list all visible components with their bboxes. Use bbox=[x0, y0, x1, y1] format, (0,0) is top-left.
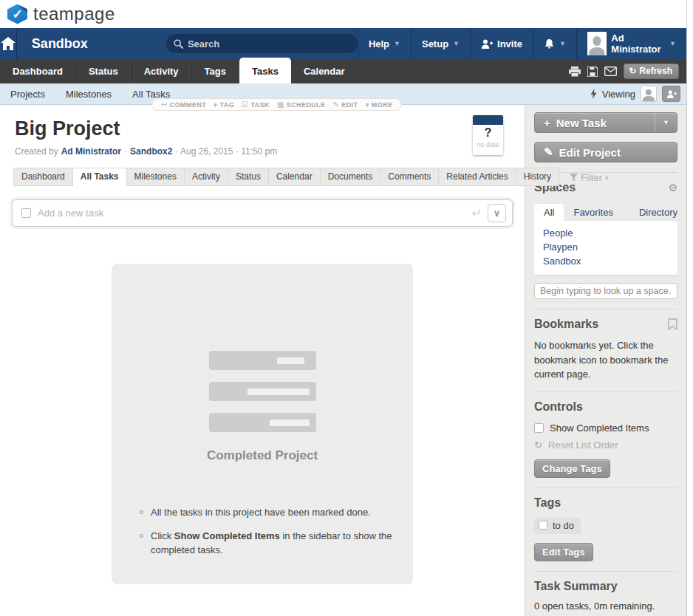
list-item: All the tasks in this project have been … bbox=[140, 506, 398, 520]
byline-prefix: Created by bbox=[15, 146, 58, 157]
list-item: Click Show Completed Items in the sideba… bbox=[140, 530, 398, 558]
space-lookup-input[interactable] bbox=[534, 283, 677, 299]
reset-list-order[interactable]: ↻ Reset List Order bbox=[534, 439, 677, 451]
author-link[interactable]: Ad Ministrator bbox=[61, 146, 121, 157]
spaces-tab-all[interactable]: All bbox=[534, 204, 564, 221]
home-button[interactable] bbox=[0, 28, 17, 59]
space-link[interactable]: Sandbox2 bbox=[130, 146, 172, 157]
tag-todo-chip[interactable]: to do bbox=[534, 518, 581, 534]
ctab-activity[interactable]: Activity bbox=[185, 168, 228, 186]
bullet-icon bbox=[140, 534, 143, 538]
controls-section: Controls Show Completed Items ↻ Reset Li… bbox=[534, 391, 677, 478]
bookmarks-title: Bookmarks bbox=[534, 318, 598, 331]
skeleton-highlight bbox=[248, 389, 310, 395]
tab-tags[interactable]: Tags bbox=[192, 59, 239, 83]
email-icon[interactable] bbox=[604, 66, 617, 76]
controls-title: Controls bbox=[534, 400, 583, 414]
ctab-related-articles[interactable]: Related Articles bbox=[439, 168, 516, 186]
ctab-dashboard[interactable]: Dashboard bbox=[13, 168, 73, 186]
invite-button[interactable]: Invite bbox=[470, 28, 533, 59]
ctab-all-tasks[interactable]: All Tasks bbox=[73, 168, 127, 186]
space-name[interactable]: Sandbox bbox=[17, 28, 103, 59]
change-tags-button[interactable]: Change Tags bbox=[534, 459, 610, 478]
search-input[interactable] bbox=[188, 38, 350, 49]
spaces-directory-link[interactable]: Directory bbox=[639, 207, 677, 221]
tag-checkbox[interactable] bbox=[539, 521, 547, 530]
chevron-down-icon: ▼ bbox=[559, 40, 566, 47]
ctab-calendar[interactable]: Calendar bbox=[269, 168, 321, 186]
task-summary-section: Task Summary 0 open tasks, 0m remaining.… bbox=[534, 571, 677, 616]
ctab-history[interactable]: History bbox=[516, 168, 559, 186]
tag-label: to do bbox=[553, 520, 574, 531]
search-box[interactable] bbox=[166, 34, 358, 53]
viewer-avatar[interactable] bbox=[641, 86, 657, 102]
new-task-button[interactable]: +New Task ▼ bbox=[534, 112, 677, 133]
bookmark-icon[interactable] bbox=[668, 318, 677, 330]
comment-action[interactable]: ↩COMMENT bbox=[161, 100, 206, 109]
tag-action[interactable]: ♦TAG bbox=[214, 100, 234, 109]
filter-button[interactable]: Filter ▾ bbox=[570, 172, 608, 186]
tab-activity[interactable]: Activity bbox=[132, 59, 192, 83]
gear-icon[interactable]: ⚙ bbox=[668, 182, 677, 194]
notifications-menu[interactable]: ▼ bbox=[533, 28, 576, 59]
no-date-label: no date bbox=[473, 141, 503, 148]
setup-menu[interactable]: Setup▼ bbox=[411, 28, 470, 59]
spaces-tabs: All Favorites Directory bbox=[534, 204, 677, 221]
edit-tags-button[interactable]: Edit Tags bbox=[534, 543, 593, 561]
edit-action[interactable]: ✎EDIT bbox=[333, 100, 358, 109]
user-menu[interactable]: Ad Ministrator ▼ bbox=[576, 28, 686, 59]
task-action[interactable]: ☑TASK bbox=[242, 100, 270, 109]
tab-status[interactable]: Status bbox=[76, 59, 132, 83]
subnav-projects[interactable]: Projects bbox=[0, 89, 55, 100]
main-content: ↩COMMENT ♦TAG ☑TASK ▦SCHEDULE ✎EDIT ▾MOR… bbox=[0, 105, 525, 616]
help-menu[interactable]: Help▼ bbox=[358, 28, 411, 59]
tab-dashboard[interactable]: Dashboard bbox=[0, 59, 76, 83]
ctab-status[interactable]: Status bbox=[228, 168, 269, 186]
new-task-dropdown[interactable]: ▼ bbox=[655, 113, 677, 132]
enter-icon: ↵ bbox=[472, 206, 482, 220]
show-completed-checkbox[interactable] bbox=[534, 423, 544, 433]
page: ✓ teampage Sandbox Help▼ Setup▼ Invite ▼ bbox=[0, 0, 687, 616]
chevron-down-icon: ▼ bbox=[669, 40, 676, 47]
space-link-sandbox[interactable]: Sandbox bbox=[543, 254, 669, 268]
add-viewer-button[interactable] bbox=[662, 86, 680, 102]
due-date-widget[interactable]: ? no date bbox=[473, 115, 503, 155]
refresh-button[interactable]: ↻ Refresh bbox=[624, 64, 679, 79]
chevron-down-icon: ▼ bbox=[453, 40, 460, 47]
edit-project-button[interactable]: ✎Edit Project bbox=[534, 142, 677, 162]
content-tabs: Dashboard All Tasks Milestones Activity … bbox=[13, 168, 525, 186]
reply-icon: ↩ bbox=[161, 100, 168, 109]
search-icon bbox=[174, 39, 183, 49]
spaces-section: Spaces ⚙ All Favorites Directory People … bbox=[534, 172, 677, 299]
comment-label: COMMENT bbox=[170, 101, 206, 109]
logo-text: teampage bbox=[33, 4, 115, 24]
more-action[interactable]: ▾MORE bbox=[365, 100, 392, 109]
refresh-label: Refresh bbox=[639, 66, 672, 76]
task-options-button[interactable]: ∨ bbox=[488, 204, 506, 222]
tab-calendar[interactable]: Calendar bbox=[291, 59, 358, 83]
ctab-documents[interactable]: Documents bbox=[321, 168, 381, 186]
skeleton-highlight bbox=[277, 357, 304, 364]
show-completed-toggle[interactable]: Show Completed Items bbox=[534, 422, 677, 434]
print-icon[interactable] bbox=[569, 66, 581, 77]
add-task-input[interactable] bbox=[38, 208, 472, 219]
schedule-action[interactable]: ▦SCHEDULE bbox=[277, 100, 326, 109]
hover-toolbar: ↩COMMENT ♦TAG ☑TASK ▦SCHEDULE ✎EDIT ▾MOR… bbox=[151, 98, 402, 111]
space-link-playpen[interactable]: Playpen bbox=[543, 240, 669, 254]
new-task-checkbox[interactable] bbox=[21, 208, 31, 218]
save-icon[interactable] bbox=[587, 66, 598, 77]
tags-section: Tags to do Edit Tags bbox=[534, 487, 677, 561]
ctab-comments[interactable]: Comments bbox=[380, 168, 439, 186]
ctab-milestones[interactable]: Milestones bbox=[127, 168, 185, 186]
check-icon: ✓ bbox=[7, 4, 27, 24]
empty-state-title: Completed Project bbox=[112, 448, 413, 463]
show-completed-label: Show Completed Items bbox=[550, 422, 649, 434]
refresh-icon: ↻ bbox=[629, 66, 636, 76]
tag-icon: ♦ bbox=[214, 100, 218, 109]
space-link-people[interactable]: People bbox=[543, 226, 669, 240]
tab-tasks[interactable]: Tasks bbox=[239, 58, 291, 83]
empty-state-bullets: All the tasks in this project have been … bbox=[140, 506, 398, 558]
date-question: ? bbox=[473, 125, 503, 141]
subnav-milestones[interactable]: Milestones bbox=[55, 89, 122, 100]
spaces-tab-favorites[interactable]: Favorites bbox=[564, 204, 622, 221]
